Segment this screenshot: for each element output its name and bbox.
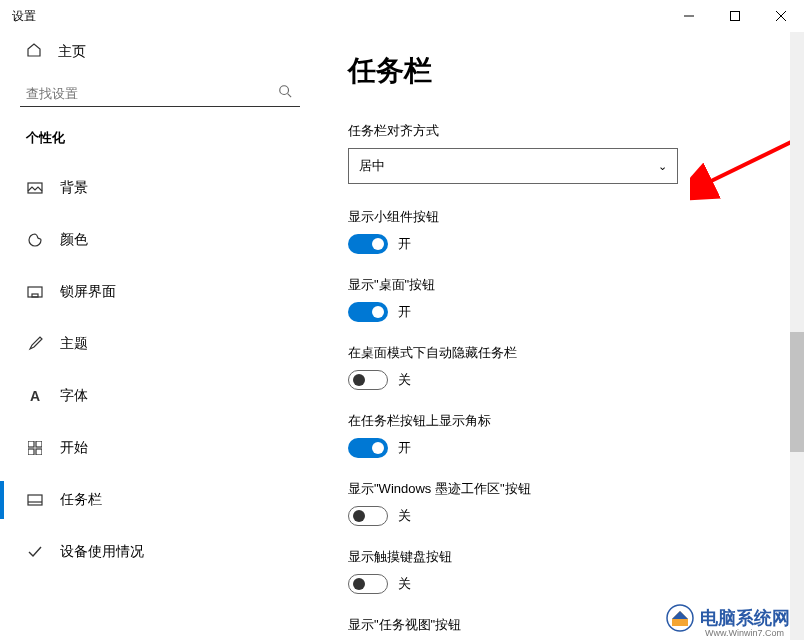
search-box[interactable] (20, 78, 300, 107)
check-icon (26, 544, 44, 560)
start-icon (26, 441, 44, 455)
svg-rect-11 (28, 449, 34, 455)
sidebar-item-label: 主题 (60, 335, 88, 353)
sidebar-item-label: 任务栏 (60, 491, 102, 509)
toggle-state-text: 开 (398, 303, 411, 321)
palette-icon (26, 232, 44, 248)
toggle-label: 在桌面模式下自动隐藏任务栏 (348, 344, 768, 362)
toggle-state-text: 关 (398, 575, 411, 593)
toggle-switch[interactable] (348, 234, 388, 254)
toggle-label: 在任务栏按钮上显示角标 (348, 412, 768, 430)
dropdown-value: 居中 (359, 157, 385, 175)
page-title: 任务栏 (348, 52, 768, 90)
search-input[interactable] (26, 86, 278, 101)
toggle-switch[interactable] (348, 438, 388, 458)
home-icon (26, 42, 42, 62)
sidebar-item-label: 开始 (60, 439, 88, 457)
setting-group: 显示"Windows 墨迹工作区"按钮 关 (348, 480, 768, 526)
svg-point-4 (280, 86, 289, 95)
sidebar-item-themes[interactable]: 主题 (20, 325, 312, 363)
setting-group: 显示触摸键盘按钮 关 (348, 548, 768, 594)
search-icon (278, 84, 292, 102)
sidebar-item-label: 字体 (60, 387, 88, 405)
svg-rect-8 (32, 294, 38, 297)
sidebar-item-label: 背景 (60, 179, 88, 197)
image-icon (26, 180, 44, 196)
sidebar-item-label: 锁屏界面 (60, 283, 116, 301)
setting-group: 显示小组件按钮 开 (348, 208, 768, 254)
sidebar-item-lockscreen[interactable]: 锁屏界面 (20, 273, 312, 311)
maximize-button[interactable] (712, 0, 758, 32)
lockscreen-icon (26, 284, 44, 300)
alignment-dropdown[interactable]: 居中 ⌄ (348, 148, 678, 184)
watermark-subtext: Www.Winwin7.Com (705, 628, 784, 638)
svg-rect-7 (28, 287, 42, 297)
toggle-label: 显示小组件按钮 (348, 208, 768, 226)
sidebar: 主页 个性化 背景 颜色 锁屏界面 主题 A字体 开始 任务栏 设备使用情况 (0, 32, 320, 640)
toggle-switch[interactable] (348, 302, 388, 322)
toggle-label: 显示触摸键盘按钮 (348, 548, 768, 566)
setting-group: 在桌面模式下自动隐藏任务栏 关 (348, 344, 768, 390)
minimize-button[interactable] (666, 0, 712, 32)
window-controls (666, 0, 804, 32)
section-title: 个性化 (26, 129, 312, 147)
svg-rect-1 (731, 12, 740, 21)
toggle-state-text: 关 (398, 507, 411, 525)
svg-line-5 (288, 94, 292, 98)
toggle-label: 显示"Windows 墨迹工作区"按钮 (348, 480, 768, 498)
sidebar-item-start[interactable]: 开始 (20, 429, 312, 467)
sidebar-item-label: 颜色 (60, 231, 88, 249)
sidebar-item-colors[interactable]: 颜色 (20, 221, 312, 259)
home-label: 主页 (58, 43, 86, 61)
sidebar-item-taskbar[interactable]: 任务栏 (20, 481, 312, 519)
home-link[interactable]: 主页 (20, 32, 312, 72)
sidebar-item-label: 设备使用情况 (60, 543, 144, 561)
svg-rect-10 (36, 441, 42, 447)
svg-rect-6 (28, 183, 42, 193)
toggle-state-text: 关 (398, 371, 411, 389)
nav-list: 背景 颜色 锁屏界面 主题 A字体 开始 任务栏 设备使用情况 (20, 169, 312, 571)
svg-rect-9 (28, 441, 34, 447)
toggle-state-text: 开 (398, 439, 411, 457)
toggle-label: 显示"桌面"按钮 (348, 276, 768, 294)
sidebar-item-background[interactable]: 背景 (20, 169, 312, 207)
chevron-down-icon: ⌄ (658, 160, 667, 173)
scrollbar-thumb[interactable] (790, 332, 804, 452)
sidebar-item-fonts[interactable]: A字体 (20, 377, 312, 415)
brush-icon (26, 336, 44, 352)
toggle-switch[interactable] (348, 506, 388, 526)
svg-rect-13 (28, 495, 42, 505)
alignment-label: 任务栏对齐方式 (348, 122, 768, 140)
svg-rect-12 (36, 449, 42, 455)
window-title: 设置 (12, 8, 36, 25)
font-icon: A (26, 388, 44, 404)
toggle-switch[interactable] (348, 370, 388, 390)
close-button[interactable] (758, 0, 804, 32)
taskbar-icon (26, 492, 44, 508)
scrollbar[interactable] (790, 32, 804, 640)
content-area: 任务栏 任务栏对齐方式 居中 ⌄ 显示小组件按钮 开 显示"桌面"按钮 开 在桌… (320, 32, 804, 640)
setting-group: 显示"桌面"按钮 开 (348, 276, 768, 322)
toggle-state-text: 开 (398, 235, 411, 253)
setting-group: 在任务栏按钮上显示角标 开 (348, 412, 768, 458)
sidebar-item-device-usage[interactable]: 设备使用情况 (20, 533, 312, 571)
toggle-switch[interactable] (348, 574, 388, 594)
